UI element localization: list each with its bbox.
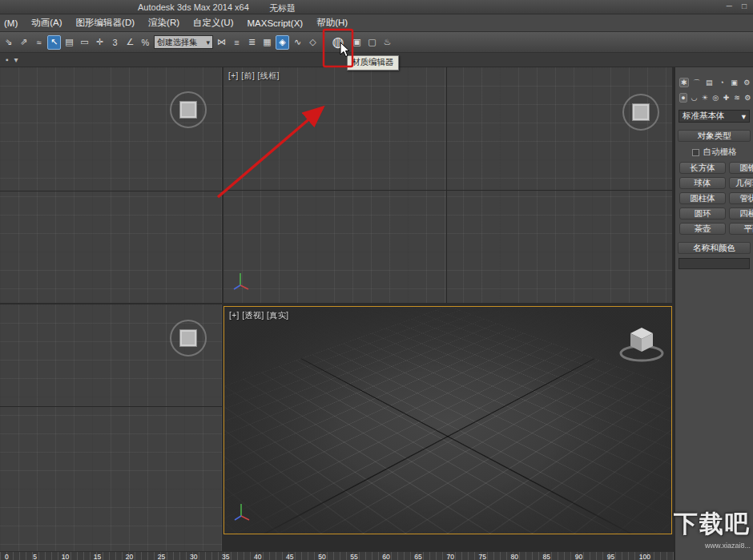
- object-button[interactable]: 几何球体: [729, 177, 753, 189]
- name-color-rollout[interactable]: 名称和颜色: [678, 242, 751, 254]
- percent-snap-icon[interactable]: %: [139, 35, 152, 50]
- menu-item[interactable]: 帮助(H): [316, 15, 348, 30]
- dropdown-arrow-icon[interactable]: ▾: [14, 55, 18, 64]
- maximize-button[interactable]: □: [742, 2, 747, 10]
- viewport-label[interactable]: [+] [透视] [真实]: [229, 310, 289, 321]
- timeline-ruler[interactable]: 0510152025303540455055606570758085909510…: [0, 551, 674, 560]
- align-icon[interactable]: ≡: [230, 35, 244, 50]
- object-button-row: 圆柱体 管状体: [679, 192, 753, 204]
- tab-create[interactable]: ✱: [679, 78, 689, 87]
- named-selection-set-dropdown[interactable]: 创建选择集 ▾: [154, 35, 213, 49]
- grid-axis: [0, 191, 222, 191]
- panel-categories: ●◡☀◎✚≋⚙: [675, 90, 753, 105]
- 3dsmax-window: Autodesk 3ds Max 2014 x64 无标题 ─ □ (M)动画(…: [0, 0, 753, 560]
- angle-snap-icon[interactable]: ∠: [123, 35, 137, 50]
- tooltip: 材质编辑器: [347, 55, 399, 71]
- curve-editor-icon[interactable]: ∿: [291, 35, 304, 50]
- chevron-down-icon: ▾: [742, 111, 746, 121]
- graphite-toggle-icon[interactable]: ▦: [260, 35, 274, 50]
- tab-utilities[interactable]: ⚙: [742, 78, 751, 87]
- timeline-tick: 10: [62, 553, 69, 560]
- menu-item[interactable]: 动画(A): [30, 15, 62, 30]
- viewcube[interactable]: [170, 91, 207, 128]
- category-systems[interactable]: ⚙: [744, 93, 751, 103]
- menu-item[interactable]: MAXScript(X): [247, 17, 304, 30]
- minimize-button[interactable]: ─: [727, 2, 732, 10]
- subcategory-dropdown[interactable]: 标准基本体 ▾: [679, 110, 750, 123]
- object-button[interactable]: 圆环: [679, 207, 726, 220]
- timeline-tick: 25: [158, 553, 165, 560]
- category-lights[interactable]: ☀: [701, 93, 708, 103]
- tab-motion[interactable]: ◔: [717, 78, 727, 87]
- viewcube-face-icon: [179, 101, 197, 119]
- material-editor-icon[interactable]: ◍: [328, 33, 348, 52]
- grid-axis: [223, 190, 672, 191]
- category-helpers[interactable]: ✚: [723, 93, 730, 103]
- category-shapes[interactable]: ◡: [691, 93, 698, 103]
- watermark: 下载吧 www.xiazai8...: [674, 508, 751, 550]
- tab-modify[interactable]: ⌒: [692, 78, 702, 87]
- select-and-move-icon[interactable]: ✛: [93, 35, 107, 50]
- select-object-icon[interactable]: ↖: [47, 35, 61, 50]
- subcategory-value: 标准基本体: [683, 111, 725, 122]
- axis-tripod-icon: [232, 271, 249, 292]
- viewport-front[interactable]: [+] [前] [线框]: [223, 67, 672, 303]
- menu-item[interactable]: 自定义(U): [192, 15, 234, 30]
- title-bar: Autodesk 3ds Max 2014 x64 无标题 ─ □: [0, 0, 753, 14]
- object-button[interactable]: 圆锥体: [729, 162, 753, 174]
- autogrid-checkbox[interactable]: [692, 149, 699, 156]
- rollout-title: 名称和颜色: [693, 243, 735, 254]
- tab-display[interactable]: ▣: [730, 78, 739, 87]
- timeline-tick: 45: [286, 553, 293, 560]
- timeline-tick: 15: [94, 553, 101, 560]
- scene-explorer-icon[interactable]: ◈: [276, 35, 289, 50]
- viewcube-face-icon: [632, 103, 650, 121]
- render-production-icon[interactable]: ♨: [381, 35, 394, 50]
- category-geometry[interactable]: ●: [679, 93, 687, 103]
- timeline-tick: 80: [511, 553, 518, 560]
- viewport-top[interactable]: [0, 67, 222, 303]
- unlink-selection-icon[interactable]: ⇗: [17, 35, 30, 50]
- select-by-name-icon[interactable]: ▤: [62, 35, 76, 50]
- timeline-tick: 0: [5, 553, 9, 560]
- bind-to-space-warp-icon[interactable]: ≈: [32, 35, 46, 50]
- timeline-tick: 100: [639, 553, 650, 560]
- object-button[interactable]: 四棱锥: [729, 207, 753, 220]
- viewport-layout-icon[interactable]: ▪: [6, 55, 9, 64]
- snap-toggle-icon[interactable]: 3: [108, 35, 122, 50]
- timeline-tick: 20: [126, 553, 133, 560]
- viewport-left[interactable]: [0, 304, 222, 551]
- viewport-shading: [224, 307, 671, 534]
- object-type-rollout[interactable]: 对象类型: [678, 130, 751, 142]
- selection-region-icon[interactable]: ▭: [78, 35, 91, 50]
- object-button[interactable]: 球体: [679, 177, 726, 189]
- category-cameras[interactable]: ◎: [712, 93, 719, 103]
- viewcube[interactable]: [616, 323, 667, 366]
- category-space-warps[interactable]: ≋: [733, 93, 740, 103]
- render-setup-icon[interactable]: ▣: [350, 35, 364, 50]
- object-button[interactable]: 圆柱体: [679, 192, 726, 204]
- rendered-frame-icon[interactable]: ▢: [365, 35, 379, 50]
- mirror-icon[interactable]: ⋈: [215, 35, 228, 50]
- object-button[interactable]: 长方体: [679, 162, 726, 174]
- timeline-tick: 40: [254, 553, 261, 560]
- schematic-view-icon[interactable]: ◇: [306, 35, 320, 50]
- timeline-tick: 70: [446, 553, 453, 560]
- menu-item[interactable]: 渲染(R): [147, 15, 180, 30]
- viewcube[interactable]: [170, 320, 207, 357]
- object-name-input[interactable]: [679, 258, 750, 269]
- object-button[interactable]: 茶壶: [679, 223, 726, 235]
- object-button[interactable]: 平面: [729, 223, 753, 235]
- menu-item[interactable]: (M): [3, 17, 18, 30]
- tab-hierarchy[interactable]: ▤: [704, 78, 714, 87]
- viewport-perspective[interactable]: [+] [透视] [真实]: [223, 306, 672, 534]
- layer-manager-icon[interactable]: ≣: [245, 35, 259, 50]
- menu-item[interactable]: 图形编辑器(D): [75, 15, 135, 30]
- timeline-tick: 65: [414, 553, 421, 560]
- object-button[interactable]: 管状体: [729, 192, 753, 204]
- viewport-label[interactable]: [+] [前] [线框]: [228, 71, 280, 82]
- select-and-link-icon[interactable]: ⇘: [2, 35, 15, 50]
- timeline-tick: 5: [33, 553, 37, 560]
- window-title: Autodesk 3ds Max 2014 x64: [138, 2, 249, 12]
- viewcube[interactable]: [622, 94, 659, 131]
